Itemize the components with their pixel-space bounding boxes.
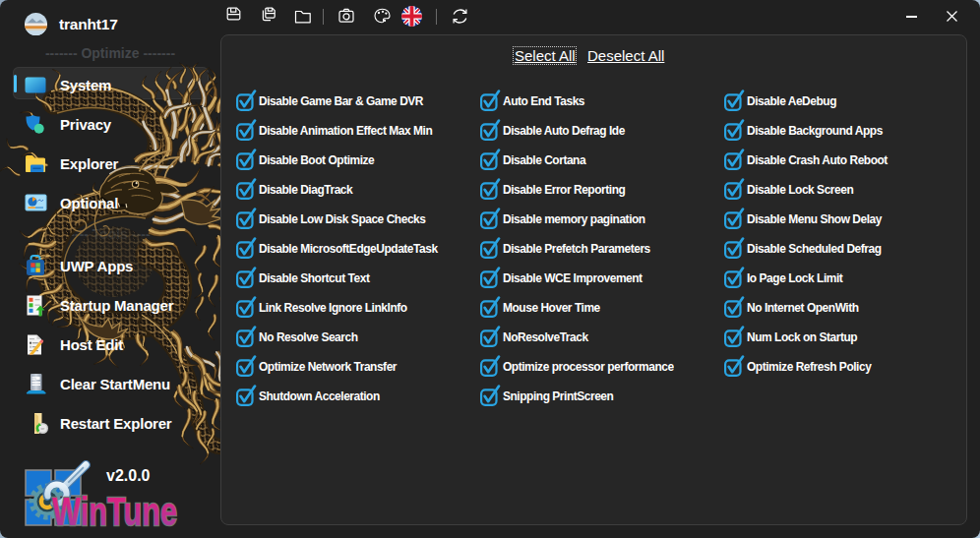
svg-text:WinTune: WinTune — [52, 490, 177, 533]
